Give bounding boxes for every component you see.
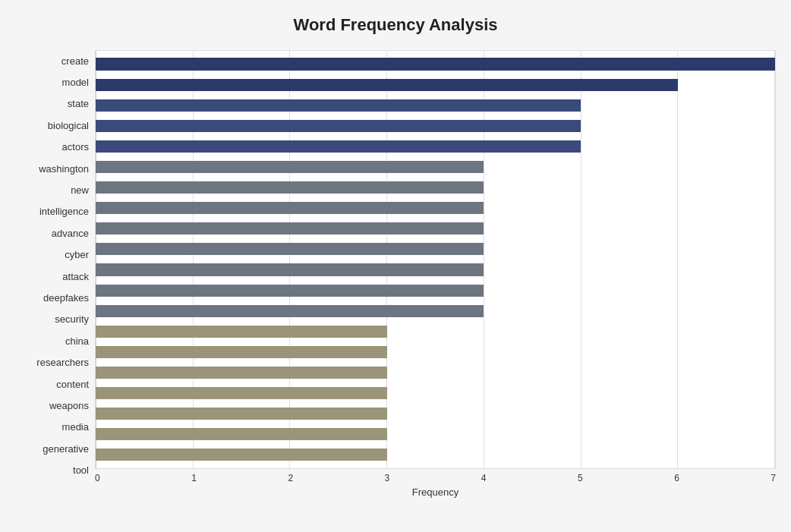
bar <box>96 161 484 173</box>
bar <box>96 120 581 132</box>
x-axis-tick: 5 <box>578 473 583 483</box>
y-label: attack <box>62 272 89 282</box>
y-label: new <box>71 185 89 195</box>
y-label: washington <box>39 164 89 174</box>
y-label: security <box>55 314 89 324</box>
bar-row <box>96 115 775 136</box>
grid-and-bars <box>95 50 776 469</box>
bar <box>96 367 387 379</box>
bar-row <box>96 404 775 424</box>
y-label: intelligence <box>39 206 89 216</box>
bar-row <box>96 198 775 219</box>
y-label: actors <box>62 142 89 152</box>
bar <box>96 449 387 461</box>
bar <box>96 58 775 70</box>
y-label: biological <box>48 121 89 131</box>
bar-row <box>96 280 775 301</box>
bars-and-grid: 01234567 Frequency <box>95 50 776 498</box>
y-label: advance <box>52 228 89 238</box>
y-label: create <box>61 56 89 66</box>
y-label: cyber <box>65 250 89 260</box>
y-label: model <box>62 77 89 87</box>
x-axis-tick: 0 <box>95 473 100 483</box>
bar-row <box>96 178 775 198</box>
bar-row <box>96 362 775 382</box>
y-label: state <box>68 99 89 109</box>
chart-area: createmodelstatebiologicalactorswashingt… <box>15 50 776 498</box>
bar-row <box>96 74 775 95</box>
bar-row <box>96 54 775 74</box>
y-label: researchers <box>36 357 89 367</box>
bar-row <box>96 383 775 404</box>
bar <box>96 305 484 317</box>
x-axis-tick: 3 <box>385 473 390 483</box>
y-label: media <box>62 422 89 432</box>
bar <box>96 326 387 338</box>
y-label: china <box>65 336 89 346</box>
y-label: generative <box>43 444 89 454</box>
bar-row <box>96 260 775 280</box>
bar-row <box>96 301 775 321</box>
bar <box>96 346 387 358</box>
bar-row <box>96 219 775 239</box>
bar <box>96 181 484 194</box>
bar-row <box>96 321 775 342</box>
x-axis-title: Frequency <box>95 486 776 498</box>
bar-row <box>96 156 775 177</box>
bar-row <box>96 342 775 362</box>
bar-row <box>96 239 775 260</box>
bar <box>96 202 484 214</box>
bar <box>96 263 484 275</box>
bar-row <box>96 136 775 156</box>
x-axis-tick: 2 <box>288 473 293 483</box>
chart-title: Word Frequency Analysis <box>15 15 776 35</box>
x-axis-labels: 01234567 <box>95 469 776 483</box>
bar <box>96 222 484 235</box>
x-axis-tick: 1 <box>191 473 197 483</box>
bar <box>96 408 387 420</box>
bar-row <box>96 424 775 445</box>
y-label: weapons <box>49 401 89 411</box>
x-axis-tick: 4 <box>481 473 487 483</box>
bar <box>96 428 387 440</box>
y-axis-labels: createmodelstatebiologicalactorswashingt… <box>15 50 95 498</box>
chart-container: Word Frequency Analysis createmodelstate… <box>0 0 791 532</box>
bars-container <box>96 51 775 468</box>
bar <box>96 243 484 255</box>
bar <box>96 285 484 297</box>
y-label: tool <box>73 465 89 475</box>
bar <box>96 99 581 112</box>
bar <box>96 387 387 399</box>
y-label: deepfakes <box>43 293 89 303</box>
y-label: content <box>56 379 89 389</box>
bar-row <box>96 445 775 465</box>
x-axis-tick: 7 <box>771 473 776 483</box>
x-axis-tick: 6 <box>674 473 679 483</box>
bar-row <box>96 95 775 115</box>
bar <box>96 140 581 153</box>
bar <box>96 79 678 91</box>
